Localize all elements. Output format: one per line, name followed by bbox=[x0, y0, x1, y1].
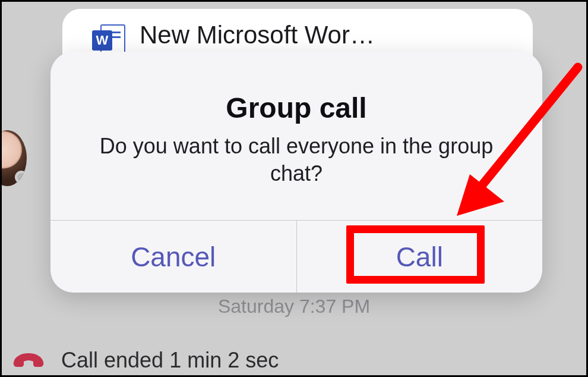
dialog-button-row: Cancel Call bbox=[50, 220, 542, 293]
call-ended-row: Call ended 1 min 2 sec bbox=[2, 348, 586, 373]
declined-call-icon bbox=[12, 352, 45, 369]
presence-indicator bbox=[15, 171, 27, 184]
dialog-message: Do you want to call everyone in the grou… bbox=[86, 133, 507, 187]
cancel-button[interactable]: Cancel bbox=[50, 221, 296, 293]
group-call-dialog: Group call Do you want to call everyone … bbox=[50, 52, 542, 293]
message-timestamp: Saturday 7:37 PM bbox=[2, 296, 586, 318]
call-ended-text: Call ended 1 min 2 sec bbox=[61, 348, 279, 373]
dialog-body: Group call Do you want to call everyone … bbox=[50, 52, 542, 220]
word-document-icon: W bbox=[92, 24, 125, 55]
avatar[interactable] bbox=[0, 130, 27, 186]
word-badge: W bbox=[92, 30, 112, 51]
call-button[interactable]: Call bbox=[296, 221, 543, 293]
file-name: New Microsoft Wor… bbox=[140, 21, 375, 49]
dialog-title: Group call bbox=[226, 92, 366, 124]
